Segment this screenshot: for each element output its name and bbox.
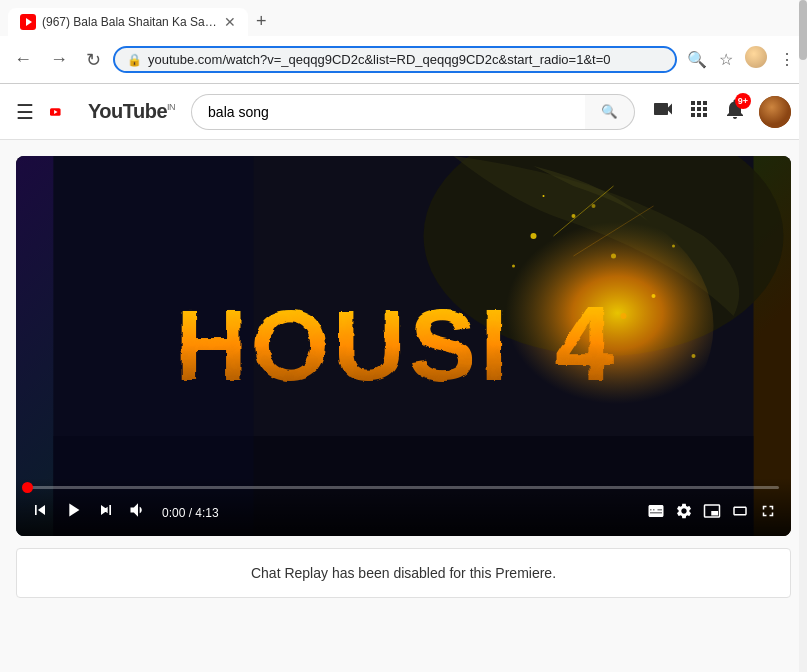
svg-point-16 (692, 354, 696, 358)
progress-thumb (22, 482, 33, 493)
youtube-header: ☰ YouTubeIN 🔍 9+ (0, 84, 807, 140)
miniplayer-button[interactable] (701, 500, 723, 526)
lock-icon: 🔒 (127, 53, 142, 67)
skip-back-button[interactable] (28, 498, 52, 527)
search-button[interactable]: 🔍 (585, 94, 635, 130)
search-input[interactable] (191, 94, 585, 130)
tab-close-button[interactable]: ✕ (224, 14, 236, 30)
navigation-bar: ← → ↻ 🔒 🔍 ☆ ⋮ (0, 36, 807, 84)
main-content: HOUSI 4 (0, 140, 807, 598)
youtube-logo-svg (50, 100, 84, 124)
chat-replay-notice: Chat Replay has been disabled for this P… (16, 548, 791, 598)
profile-button[interactable] (741, 42, 771, 77)
svg-point-12 (592, 204, 596, 208)
address-bar-input[interactable] (148, 52, 663, 67)
youtube-wordmark: YouTubeIN (88, 100, 175, 123)
new-tab-button[interactable]: + (248, 7, 275, 36)
svg-point-10 (652, 294, 656, 298)
time-display: 0:00 / 4:13 (162, 506, 219, 520)
address-bar-container: 🔒 (113, 46, 677, 73)
svg-point-11 (512, 265, 515, 268)
progress-bar[interactable] (28, 486, 779, 489)
header-actions: 9+ (651, 96, 791, 128)
youtube-logo[interactable]: YouTubeIN (50, 100, 175, 124)
upload-button[interactable] (651, 97, 675, 126)
browser-menu-button[interactable]: ⋮ (775, 42, 799, 77)
scrollbar-thumb[interactable] (799, 0, 807, 60)
tab-favicon (20, 14, 36, 30)
forward-button[interactable]: → (44, 45, 74, 74)
svg-point-9 (611, 254, 616, 259)
svg-point-8 (572, 214, 576, 218)
upload-icon (651, 103, 675, 125)
active-tab[interactable]: (967) Bala Bala Shaitan Ka Sala F... ✕ (8, 8, 248, 36)
right-controls (645, 500, 779, 526)
browser-search-button[interactable]: 🔍 (683, 42, 711, 77)
fullscreen-button[interactable] (757, 500, 779, 526)
subtitles-button[interactable] (645, 500, 667, 526)
video-title-overlay: HOUSI 4 (164, 284, 644, 408)
browser-chrome: (967) Bala Bala Shaitan Ka Sala F... ✕ +… (0, 0, 807, 84)
theater-mode-button[interactable] (729, 500, 751, 526)
search-icon: 🔍 (601, 104, 618, 119)
browser-nav-icons: 🔍 ☆ ⋮ (683, 42, 799, 77)
tab-bar: (967) Bala Bala Shaitan Ka Sala F... ✕ + (0, 0, 807, 36)
play-button[interactable] (60, 497, 86, 528)
volume-button[interactable] (126, 498, 150, 527)
apps-button[interactable] (687, 97, 711, 126)
bookmark-button[interactable]: ☆ (715, 42, 737, 77)
controls-row: 0:00 / 4:13 (28, 497, 779, 528)
back-button[interactable]: ← (8, 45, 38, 74)
refresh-button[interactable]: ↻ (80, 45, 107, 75)
search-bar: 🔍 (191, 94, 635, 130)
scrollbar[interactable] (799, 0, 807, 672)
tab-title: (967) Bala Bala Shaitan Ka Sala F... (42, 15, 218, 29)
svg-text:HOUSI: HOUSI (174, 288, 511, 400)
skip-forward-button[interactable] (94, 498, 118, 527)
apps-icon (687, 103, 711, 125)
svg-point-14 (543, 195, 545, 197)
settings-button[interactable] (673, 500, 695, 526)
svg-point-13 (672, 245, 675, 248)
video-controls: 0:00 / 4:13 (16, 478, 791, 536)
video-player[interactable]: HOUSI 4 (16, 156, 791, 536)
svg-text:4: 4 (554, 284, 612, 401)
notification-badge: 9+ (735, 93, 751, 109)
notifications-button[interactable]: 9+ (723, 97, 747, 126)
svg-point-7 (531, 233, 537, 239)
hamburger-menu-button[interactable]: ☰ (16, 100, 34, 124)
avatar[interactable] (759, 96, 791, 128)
